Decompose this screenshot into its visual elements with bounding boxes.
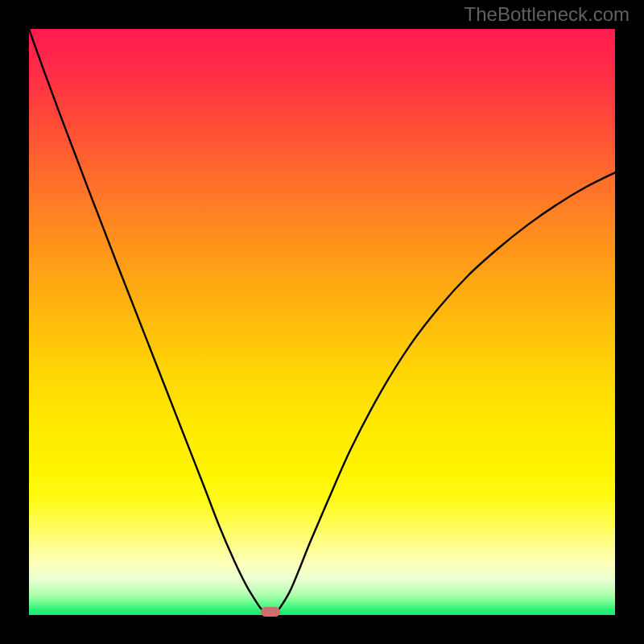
watermark-text: TheBottleneck.com <box>464 3 630 26</box>
chart-wrapper: TheBottleneck.com <box>0 0 644 644</box>
plot-area <box>29 29 615 615</box>
minimum-marker <box>261 607 280 617</box>
bottleneck-curve <box>29 29 615 615</box>
